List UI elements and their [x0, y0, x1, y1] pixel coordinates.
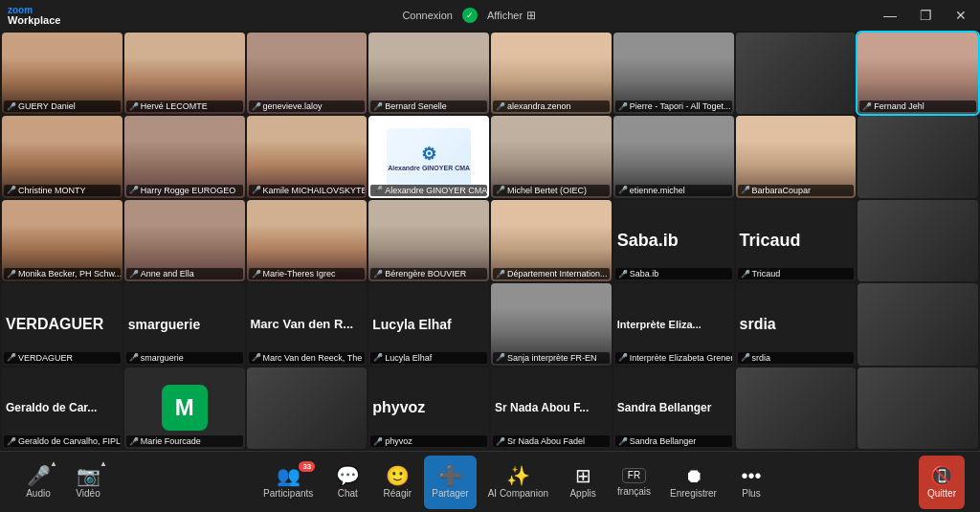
name-tag-marc: 🎤 Marc Van den Reeck, The ... — [249, 352, 366, 364]
leave-icon: 📵 — [930, 466, 954, 485]
record-label: Enregistrer — [670, 488, 717, 499]
name-tag-srdia: 🎤 srdia — [738, 352, 855, 364]
more-label: Plus — [742, 488, 760, 499]
titlebar-center: Connexion Afficher ⊞ — [402, 8, 536, 23]
participant-cell-4: 🎤 alexandra.zenon — [491, 33, 612, 114]
mic-icon-1: 🎤 — [129, 102, 139, 111]
record-btn[interactable]: ⏺ Enregistrer — [662, 456, 724, 509]
react-btn[interactable]: 🙂 Réagir — [374, 456, 420, 509]
name-tag-1: 🎤 Hervé LECOMTE — [126, 100, 243, 112]
participants-btn[interactable]: 👥 Participants 33 — [256, 456, 321, 509]
name-tag-fernand: 🎤 Fernand Jehl — [859, 100, 976, 112]
chat-label: Chat — [338, 488, 358, 499]
chat-btn[interactable]: 💬 Chat — [324, 456, 370, 509]
video-icon: 📷 — [77, 466, 100, 485]
name-tag-michel: 🎤 Michel Bertet (OIEC) — [493, 185, 610, 196]
participant-cell-fernand: 🎤 Fernand Jehl — [858, 33, 978, 114]
name-tag-3: 🎤 Bernard Senelle — [370, 100, 487, 112]
toolbar-center: 👥 Participants 33 💬 Chat 🙂 Réagir ➕ Part… — [256, 456, 774, 509]
participant-cell-empty3 — [858, 200, 978, 281]
name-tag-tricaud: 🎤 Tricaud — [738, 268, 855, 279]
participant-cell-barbara: 🎤 BarbaraCoupar — [736, 116, 857, 197]
video-btn[interactable]: 📷 Vidéo ▲ — [65, 456, 111, 509]
mic-icon-5: 🎤 — [618, 102, 628, 111]
participant-cell-harry: 🎤 Harry Rogge EUROGEO — [124, 116, 245, 197]
verdaguer-large-name: VERDAGUER — [6, 316, 103, 333]
video-caret-icon: ▲ — [100, 459, 107, 468]
name-tag-anne: 🎤 Anne and Ella — [126, 268, 243, 279]
srdia-large-name: srdia — [740, 316, 776, 333]
video-grid: 🎤 GUERY Daniel 🎤 Hervé LECOMTE 🎤 genevie… — [0, 31, 980, 451]
participants-icon: 👥 — [277, 466, 301, 485]
toolbar-right: 📵 Quitter — [919, 456, 965, 509]
titlebar: zoom Workplace Connexion Afficher ⊞ — ❐ … — [0, 0, 980, 31]
minimize-btn[interactable]: — — [878, 6, 902, 25]
leave-btn[interactable]: 📵 Quitter — [919, 456, 965, 509]
share-label: Partager — [432, 488, 468, 499]
participant-cell-empty — [736, 33, 857, 114]
name-tag-marie: 🎤 Marie-Theres Igrec — [249, 268, 366, 279]
name-tag-etienne: 🎤 etienne.michel — [615, 185, 732, 196]
name-tag-logo: 🎤 Alexandre GINOYER CMA — [370, 185, 487, 196]
share-icon: ➕ — [438, 466, 462, 485]
share-btn[interactable]: ➕ Partager — [424, 456, 476, 509]
participant-cell-phyvoz: phyvoz 🎤 phyvoz — [368, 367, 489, 449]
restore-btn[interactable]: ❐ — [914, 6, 938, 25]
language-label: français — [617, 486, 651, 497]
participant-cell-empty4 — [858, 283, 978, 365]
mic-icon-3: 🎤 — [373, 102, 383, 111]
participant-cell-empty2 — [858, 116, 978, 197]
participant-cell-etienne: 🎤 etienne.michel — [613, 116, 734, 197]
participant-cell-1: 🎤 Hervé LECOMTE — [124, 33, 245, 114]
view-btn[interactable]: Afficher ⊞ — [487, 9, 536, 22]
view-label: Afficher — [487, 10, 523, 21]
audio-caret-icon: ▲ — [50, 459, 57, 468]
app-name: zoom — [8, 6, 60, 15]
more-btn[interactable]: ••• Plus — [728, 456, 774, 509]
connection-btn[interactable]: Connexion — [402, 10, 453, 21]
saba-large-name: Saba.ib — [617, 231, 679, 251]
participant-cell-kamile: 🎤 Kamile MICHAILOVSKYTE — [247, 116, 368, 197]
ai-companion-btn[interactable]: ✨ AI Companion — [480, 456, 556, 509]
participant-cell-empty6 — [736, 367, 857, 449]
participant-cell-smarguerie: smarguerie 🎤 smarguerie — [124, 283, 245, 365]
apps-btn[interactable]: ⊞ Applis — [560, 456, 606, 509]
name-tag-saba: 🎤 Saba.ib — [615, 268, 732, 279]
close-btn[interactable]: ✕ — [949, 6, 972, 25]
sandra-large-name: Sandra Bellanger — [617, 401, 712, 414]
toolbar: 🎤 Audio ▲ 📷 Vidéo ▲ 👥 Participants 33 💬 … — [0, 451, 980, 512]
participant-cell-anne: 🎤 Anne and Ella — [124, 200, 245, 281]
participant-cell-sanja: 🎤 Sanja interprète FR-EN — [491, 283, 612, 365]
participant-cell-monika: 🎤 Monika Becker, PH Schw... — [2, 200, 122, 281]
connection-status-icon — [462, 8, 478, 23]
react-label: Réagir — [384, 488, 412, 499]
language-btn[interactable]: FR français — [610, 456, 658, 509]
participant-cell-srnada: Sr Nada Abou F... 🎤 Sr Nada Abou Fadel — [491, 367, 612, 449]
name-tag-monika: 🎤 Monika Becker, PH Schw... — [4, 268, 121, 279]
name-tag-sanja: 🎤 Sanja interprète FR-EN — [493, 352, 610, 364]
interprete-large-name: Interprète Eliza... — [617, 319, 702, 330]
logo-image: ⚙ Alexandre GINOYER CMA — [387, 128, 471, 186]
name-tag-phyvoz: 🎤 phyvoz — [370, 435, 487, 447]
app-subtitle: Workplace — [8, 15, 60, 26]
participant-cell-marc: Marc Van den R... 🎤 Marc Van den Reeck, … — [247, 283, 368, 365]
participant-cell-saba: Saba.ib 🎤 Saba.ib — [613, 200, 734, 281]
participant-cell-dept: 🎤 Département Internation... — [491, 200, 612, 281]
react-icon: 🙂 — [386, 466, 410, 485]
name-tag-2: 🎤 genevieve.laloy — [249, 100, 366, 112]
connection-label: Connexion — [402, 10, 453, 21]
name-tag-marie-f: 🎤 Marie Fourcade — [126, 435, 243, 447]
audio-btn[interactable]: 🎤 Audio ▲ — [15, 456, 61, 509]
participant-cell-sandra: Sandra Bellanger 🎤 Sandra Bellanger — [613, 367, 734, 449]
mic-muted-icon-0: 🎤 — [7, 102, 16, 111]
participant-cell-0: 🎤 GUERY Daniel — [2, 33, 122, 114]
apps-icon: ⊞ — [575, 466, 591, 485]
name-tag-sandra: 🎤 Sandra Bellanger — [615, 435, 732, 447]
record-icon: ⏺ — [684, 466, 703, 485]
name-tag-5: 🎤 Pierre - Tapori - All Toget... — [615, 100, 732, 112]
participant-cell-geraldo: Geraldo de Car... 🎤 Geraldo de Carvalho,… — [2, 367, 122, 449]
participant-cell-srdia: srdia 🎤 srdia — [736, 283, 857, 365]
name-tag-dept: 🎤 Département Internation... — [493, 268, 610, 279]
m-avatar: M — [162, 385, 208, 431]
name-tag-0: 🎤 GUERY Daniel — [4, 100, 121, 112]
